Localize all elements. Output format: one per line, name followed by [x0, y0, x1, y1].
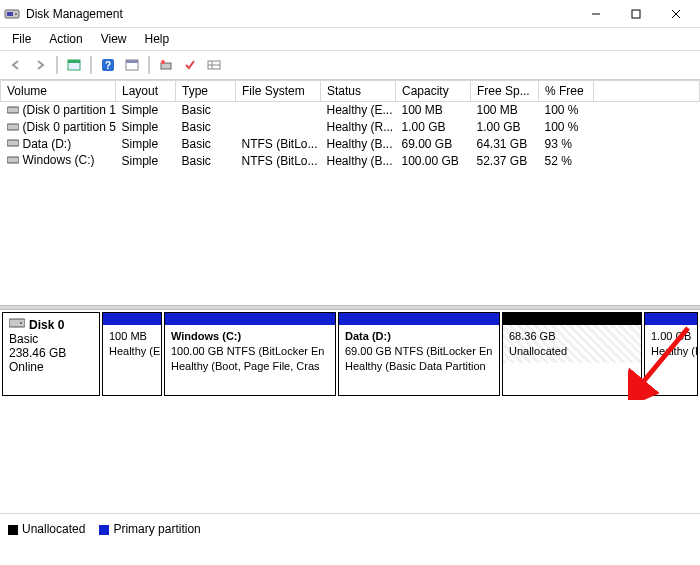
volume-row[interactable]: (Disk 0 partition 1)SimpleBasicHealthy (… — [1, 102, 700, 119]
app-icon — [4, 6, 20, 22]
menu-view[interactable]: View — [93, 30, 135, 48]
help-button[interactable]: ? — [98, 55, 118, 75]
partition-stripe — [165, 313, 335, 325]
legend: Unallocated Primary partition — [8, 522, 201, 536]
menubar: File Action View Help — [0, 28, 700, 51]
volume-icon — [7, 154, 21, 168]
legend-swatch-primary — [99, 525, 109, 535]
svg-rect-8 — [68, 60, 80, 63]
disk-icon — [9, 317, 25, 332]
toolbar-icon[interactable] — [180, 55, 200, 75]
window-title: Disk Management — [26, 7, 576, 21]
back-button[interactable] — [6, 55, 26, 75]
disk-state: Online — [9, 360, 93, 374]
column-header[interactable]: Layout — [116, 81, 176, 102]
volume-list: VolumeLayoutTypeFile SystemStatusCapacit… — [0, 80, 700, 305]
menu-action[interactable]: Action — [41, 30, 90, 48]
refresh-button[interactable] — [64, 55, 84, 75]
disk-type: Basic — [9, 332, 93, 346]
menu-file[interactable]: File — [4, 30, 39, 48]
partition-body: 1.00 GBHealthy (Recover — [645, 325, 697, 363]
partition[interactable]: 100 MBHealthy (E — [102, 312, 162, 396]
forward-button[interactable] — [30, 55, 50, 75]
column-header[interactable]: Type — [176, 81, 236, 102]
maximize-button[interactable] — [616, 0, 656, 28]
toolbar-icon[interactable] — [122, 55, 142, 75]
titlebar: Disk Management — [0, 0, 700, 28]
svg-rect-4 — [632, 10, 640, 18]
svg-text:?: ? — [105, 60, 111, 71]
partition-body: 100 MBHealthy (E — [103, 325, 161, 363]
svg-rect-12 — [126, 60, 138, 63]
column-header[interactable]: Status — [321, 81, 396, 102]
separator — [90, 56, 92, 74]
svg-rect-20 — [7, 140, 19, 146]
svg-rect-18 — [7, 107, 19, 113]
footer-rule — [0, 513, 700, 514]
partition-body: 68.36 GBUnallocated — [503, 325, 641, 363]
disk-size: 238.46 GB — [9, 346, 93, 360]
partition-stripe — [645, 313, 697, 325]
disk-name: Disk 0 — [29, 318, 64, 332]
column-header[interactable]: % Free — [539, 81, 594, 102]
column-header[interactable]: Volume — [1, 81, 116, 102]
volume-icon — [7, 137, 21, 151]
volume-row[interactable]: (Disk 0 partition 5)SimpleBasicHealthy (… — [1, 119, 700, 136]
legend-swatch-unallocated — [8, 525, 18, 535]
partition-stripe — [103, 313, 161, 325]
partition[interactable]: Windows (C:)100.00 GB NTFS (BitLocker En… — [164, 312, 336, 396]
partition-body: Windows (C:)100.00 GB NTFS (BitLocker En… — [165, 325, 335, 378]
volume-icon — [7, 121, 21, 135]
svg-rect-19 — [7, 124, 19, 130]
toolbar: ? — [0, 51, 700, 80]
partition[interactable]: Data (D:)69.00 GB NTFS (BitLocker EnHeal… — [338, 312, 500, 396]
volume-row[interactable]: Data (D:)SimpleBasicNTFS (BitLo...Health… — [1, 136, 700, 153]
partition-body: Data (D:)69.00 GB NTFS (BitLocker EnHeal… — [339, 325, 499, 378]
disk-info-panel[interactable]: Disk 0 Basic 238.46 GB Online — [2, 312, 100, 396]
column-header[interactable]: Capacity — [396, 81, 471, 102]
disk-map: Disk 0 Basic 238.46 GB Online 100 MBHeal… — [0, 310, 700, 398]
volume-icon — [7, 104, 21, 118]
volume-row[interactable]: Windows (C:)SimpleBasicNTFS (BitLo...Hea… — [1, 152, 700, 169]
legend-label-unallocated: Unallocated — [22, 522, 85, 536]
legend-label-primary: Primary partition — [113, 522, 200, 536]
partition-stripe — [503, 313, 641, 325]
close-button[interactable] — [656, 0, 696, 28]
column-headers[interactable]: VolumeLayoutTypeFile SystemStatusCapacit… — [1, 81, 700, 102]
toolbar-icon[interactable] — [156, 55, 176, 75]
partition-unallocated[interactable]: 68.36 GBUnallocated — [502, 312, 642, 396]
separator — [56, 56, 58, 74]
svg-point-14 — [161, 60, 165, 64]
svg-rect-1 — [7, 12, 13, 16]
column-header[interactable]: Free Sp... — [471, 81, 539, 102]
svg-rect-22 — [9, 319, 25, 327]
minimize-button[interactable] — [576, 0, 616, 28]
separator — [148, 56, 150, 74]
column-header[interactable]: File System — [236, 81, 321, 102]
svg-point-23 — [20, 322, 22, 324]
svg-point-2 — [15, 13, 17, 15]
menu-help[interactable]: Help — [137, 30, 178, 48]
toolbar-icon[interactable] — [204, 55, 224, 75]
partition[interactable]: 1.00 GBHealthy (Recover — [644, 312, 698, 396]
partition-stripe — [339, 313, 499, 325]
svg-rect-21 — [7, 157, 19, 163]
